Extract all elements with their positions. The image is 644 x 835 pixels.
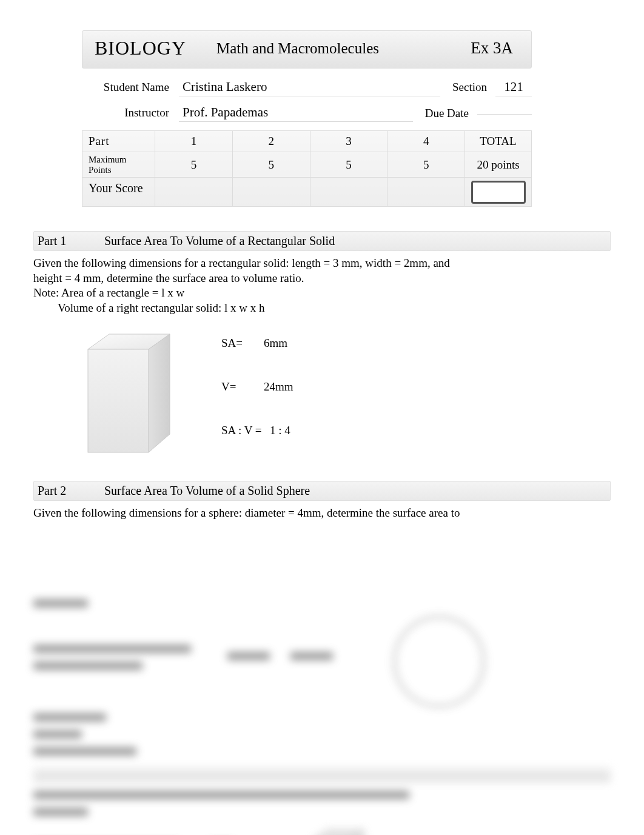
score-3[interactable] [310,178,387,207]
cuboid-figure [82,328,191,464]
part2-title: Surface Area To Volume of a Solid Sphere [104,484,310,498]
part1-formulas: SA= 6mm V= 24mm SA : V = 1 : 4 [221,328,293,464]
rectangular-solid-icon [82,328,179,461]
svg-rect-2 [88,349,149,452]
sa-value: 6mm [264,337,287,350]
max-2: 5 [232,152,310,178]
svg-marker-1 [149,334,170,452]
instructor-label: Instructor [82,106,179,119]
part-header: Part [82,131,155,152]
max-points-label: Maximum Points [82,152,155,178]
max-3: 5 [310,152,387,178]
part1-prompt: Given the following dimensions for a rec… [33,256,611,316]
score-table: Part 1 2 3 4 TOTAL Maximum Points 5 5 5 … [82,130,532,207]
student-name-label: Student Name [82,81,179,94]
exercise-number: Ex 3A [471,39,519,58]
ratio-value: 1 : 4 [270,424,290,437]
score-total-cell[interactable] [465,178,532,207]
max-4: 5 [387,152,465,178]
topic-title: Math and Macromolecules [210,40,446,57]
part1-prompt-line1: Given the following dimensions for a rec… [33,256,611,271]
header-banner: BIOLOGY Math and Macromolecules Ex 3A [82,30,532,69]
cube-icon [306,825,373,835]
v-value: 24mm [264,380,293,394]
due-date-label-text: Due Date [425,107,469,119]
ratio-label: SA : V = [221,424,270,437]
part-col-4: 4 [387,131,465,152]
part1-header: Part 1 Surface Area To Volume of a Recta… [33,231,611,251]
score-4[interactable] [387,178,465,207]
v-label: V= [221,380,264,394]
part2-label: Part 2 [38,484,104,498]
part1-title: Surface Area To Volume of a Rectangular … [104,234,335,248]
sa-label: SA= [221,337,264,350]
part1-prompt-line2: height = 4 mm, determine the surface are… [33,271,611,286]
total-header: TOTAL [465,131,532,152]
score-2[interactable] [232,178,310,207]
due-date-value[interactable] [477,112,532,115]
info-block: Student Name Cristina Laskero Section 12… [82,75,532,126]
max-total: 20 points [465,152,532,178]
blurred-preview [33,599,611,835]
part1-note-line2: Volume of a right rectangular solid: l x… [33,301,611,316]
total-score-box[interactable] [471,181,526,204]
section-label: Section [452,81,495,94]
sphere-icon [394,616,485,707]
part1-label: Part 1 [38,234,104,248]
due-date-label: Due Date [425,107,477,119]
part-col-3: 3 [310,131,387,152]
your-score-label: Your Score [82,178,155,207]
course-title: BIOLOGY [95,37,186,59]
part2-prompt: Given the following dimensions for a sph… [33,506,611,521]
student-name-value[interactable]: Cristina Laskero [179,78,440,96]
section-value[interactable]: 121 [495,78,532,96]
part-col-2: 2 [232,131,310,152]
svg-marker-3 [312,830,364,835]
part-col-1: 1 [155,131,233,152]
instructor-value[interactable]: Prof. Papademas [179,104,413,122]
part1-note-line1: Note: Area of a rectangle = l x w [33,286,611,301]
part2-header: Part 2 Surface Area To Volume of a Solid… [33,481,611,501]
score-1[interactable] [155,178,233,207]
max-1: 5 [155,152,233,178]
part2-prompt-line1: Given the following dimensions for a sph… [33,506,611,521]
